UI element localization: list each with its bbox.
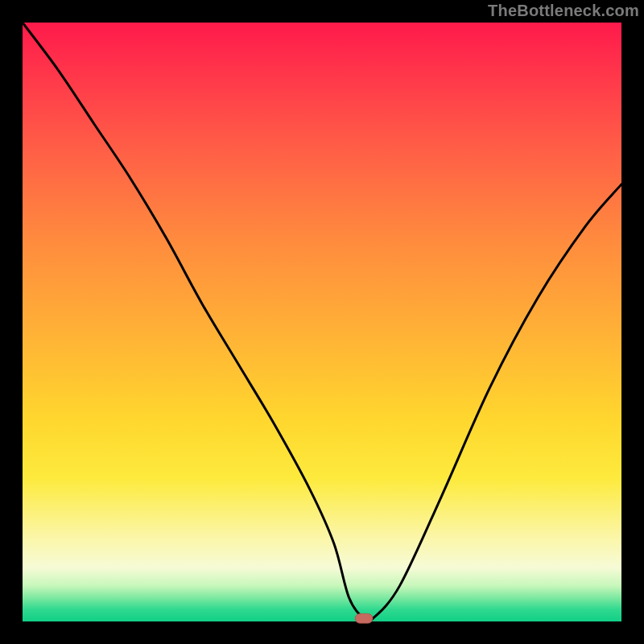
bottleneck-curve [23,23,621,622]
minimum-marker [355,613,373,623]
watermark-text: TheBottleneck.com [488,2,639,20]
chart-container: TheBottleneck.com [0,0,644,644]
chart-overlay [23,23,621,621]
